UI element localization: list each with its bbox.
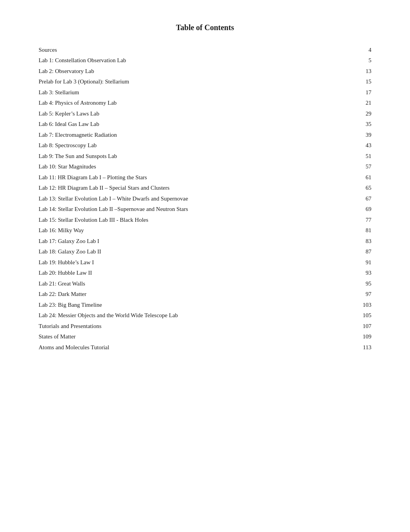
toc-entry-page: 13 bbox=[322, 66, 371, 76]
toc-entry-label: Tutorials and Presentations bbox=[39, 321, 322, 331]
toc-entry-page: 77 bbox=[322, 214, 371, 225]
table-row: Atoms and Molecules Tutorial113 bbox=[39, 342, 371, 353]
toc-entry-label: Lab 22: Dark Matter bbox=[39, 289, 322, 300]
toc-entry-label: States of Matter bbox=[39, 331, 322, 342]
page: Table of Contents Sources4Lab 1: Constel… bbox=[0, 0, 410, 532]
toc-entry-page: 17 bbox=[322, 87, 371, 98]
toc-entry-page: 105 bbox=[322, 310, 371, 321]
toc-entry-label: Lab 8: Spectroscopy Lab bbox=[39, 140, 322, 151]
table-row: Lab 5: Kepler’s Laws Lab29 bbox=[39, 108, 371, 119]
table-row: Lab 19: Hubble’s Law I91 bbox=[39, 257, 371, 268]
table-row: Lab 4: Physics of Astronomy Lab21 bbox=[39, 98, 371, 109]
toc-entry-page: 39 bbox=[322, 129, 371, 140]
toc-entry-page: 61 bbox=[322, 172, 371, 183]
toc-entry-page: 87 bbox=[322, 246, 371, 257]
toc-entry-label: Lab 14: Stellar Evolution Lab II –Supern… bbox=[39, 204, 322, 215]
toc-entry-page: 67 bbox=[322, 193, 371, 204]
table-row: Lab 9: The Sun and Sunspots Lab51 bbox=[39, 151, 371, 161]
toc-entry-label: Lab 10: Star Magnitudes bbox=[39, 161, 322, 172]
toc-entry-page: 81 bbox=[322, 225, 371, 236]
table-row: Lab 10: Star Magnitudes57 bbox=[39, 161, 371, 172]
toc-entry-label: Lab 19: Hubble’s Law I bbox=[39, 257, 322, 268]
toc-entry-page: 4 bbox=[322, 44, 371, 55]
table-row: Lab 23: Big Bang Timeline103 bbox=[39, 299, 371, 310]
toc-entry-page: 107 bbox=[322, 321, 371, 331]
toc-table: Sources4Lab 1: Constellation Observation… bbox=[39, 44, 371, 353]
toc-entry-label: Lab 5: Kepler’s Laws Lab bbox=[39, 108, 322, 119]
toc-entry-label: Lab 23: Big Bang Timeline bbox=[39, 299, 322, 310]
table-row: Lab 16: Milky Way81 bbox=[39, 225, 371, 236]
table-row: Lab 7: Electromagnetic Radiation39 bbox=[39, 129, 371, 140]
toc-entry-label: Prelab for Lab 3 (Optional): Stellarium bbox=[39, 76, 322, 87]
toc-entry-page: 97 bbox=[322, 289, 371, 300]
toc-entry-page: 93 bbox=[322, 268, 371, 279]
table-row: Lab 2: Observatory Lab13 bbox=[39, 66, 371, 76]
toc-entry-label: Lab 18: Galaxy Zoo Lab II bbox=[39, 246, 322, 257]
table-row: Lab 24: Messier Objects and the World Wi… bbox=[39, 310, 371, 321]
toc-entry-page: 51 bbox=[322, 151, 371, 161]
table-row: Lab 1: Constellation Observation Lab5 bbox=[39, 55, 371, 66]
toc-entry-page: 95 bbox=[322, 278, 371, 289]
table-row: States of Matter109 bbox=[39, 331, 371, 342]
toc-entry-label: Lab 15: Stellar Evolution Lab III - Blac… bbox=[39, 214, 322, 225]
toc-entry-page: 57 bbox=[322, 161, 371, 172]
table-row: Lab 12: HR Diagram Lab II – Special Star… bbox=[39, 183, 371, 194]
table-row: Lab 15: Stellar Evolution Lab III - Blac… bbox=[39, 214, 371, 225]
toc-entry-page: 15 bbox=[322, 76, 371, 87]
toc-entry-page: 65 bbox=[322, 183, 371, 194]
toc-entry-page: 29 bbox=[322, 108, 371, 119]
toc-entry-page: 21 bbox=[322, 98, 371, 109]
toc-entry-page: 91 bbox=[322, 257, 371, 268]
toc-entry-label: Lab 7: Electromagnetic Radiation bbox=[39, 129, 322, 140]
page-title: Table of Contents bbox=[39, 23, 371, 32]
toc-entry-label: Lab 6: Ideal Gas Law Lab bbox=[39, 119, 322, 130]
table-row: Prelab for Lab 3 (Optional): Stellarium1… bbox=[39, 76, 371, 87]
toc-entry-label: Lab 24: Messier Objects and the World Wi… bbox=[39, 310, 322, 321]
toc-entry-label: Lab 1: Constellation Observation Lab bbox=[39, 55, 322, 66]
toc-entry-label: Lab 20: Hubble Law II bbox=[39, 268, 322, 279]
table-row: Lab 11: HR Diagram Lab I – Plotting the … bbox=[39, 172, 371, 183]
table-row: Lab 20: Hubble Law II93 bbox=[39, 268, 371, 279]
toc-entry-page: 83 bbox=[322, 236, 371, 246]
toc-entry-label: Sources bbox=[39, 44, 322, 55]
toc-entry-label: Lab 12: HR Diagram Lab II – Special Star… bbox=[39, 183, 322, 194]
toc-entry-page: 113 bbox=[322, 342, 371, 353]
toc-entry-label: Lab 9: The Sun and Sunspots Lab bbox=[39, 151, 322, 161]
toc-entry-label: Lab 4: Physics of Astronomy Lab bbox=[39, 98, 322, 109]
toc-entry-page: 69 bbox=[322, 204, 371, 215]
toc-entry-page: 35 bbox=[322, 119, 371, 130]
table-row: Tutorials and Presentations107 bbox=[39, 321, 371, 331]
toc-entry-label: Lab 2: Observatory Lab bbox=[39, 66, 322, 76]
table-row: Lab 14: Stellar Evolution Lab II –Supern… bbox=[39, 204, 371, 215]
table-row: Lab 18: Galaxy Zoo Lab II87 bbox=[39, 246, 371, 257]
toc-entry-page: 5 bbox=[322, 55, 371, 66]
toc-entry-label: Lab 16: Milky Way bbox=[39, 225, 322, 236]
table-row: Lab 22: Dark Matter97 bbox=[39, 289, 371, 300]
table-row: Lab 13: Stellar Evolution Lab I – White … bbox=[39, 193, 371, 204]
toc-entry-label: Lab 17: Galaxy Zoo Lab I bbox=[39, 236, 322, 246]
table-row: Lab 17: Galaxy Zoo Lab I83 bbox=[39, 236, 371, 246]
toc-entry-label: Lab 11: HR Diagram Lab I – Plotting the … bbox=[39, 172, 322, 183]
toc-entry-page: 43 bbox=[322, 140, 371, 151]
table-row: Lab 8: Spectroscopy Lab43 bbox=[39, 140, 371, 151]
toc-entry-page: 103 bbox=[322, 299, 371, 310]
toc-entry-page: 109 bbox=[322, 331, 371, 342]
table-row: Lab 3: Stellarium17 bbox=[39, 87, 371, 98]
table-row: Lab 21: Great Walls95 bbox=[39, 278, 371, 289]
toc-entry-label: Atoms and Molecules Tutorial bbox=[39, 342, 322, 353]
toc-entry-label: Lab 21: Great Walls bbox=[39, 278, 322, 289]
toc-entry-label: Lab 13: Stellar Evolution Lab I – White … bbox=[39, 193, 322, 204]
toc-entry-label: Lab 3: Stellarium bbox=[39, 87, 322, 98]
table-row: Sources4 bbox=[39, 44, 371, 55]
table-row: Lab 6: Ideal Gas Law Lab35 bbox=[39, 119, 371, 130]
